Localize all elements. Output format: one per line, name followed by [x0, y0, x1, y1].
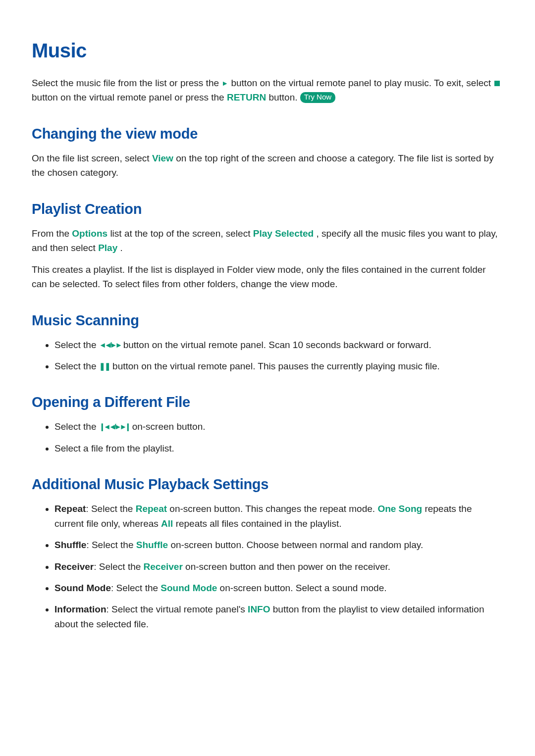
- shuffle-t2: on-screen button. Choose between normal …: [168, 540, 423, 550]
- playlist-paragraph-1: From the Options list at the top of the …: [32, 226, 503, 255]
- rewind-forward-icon: ◄◄/►►: [99, 341, 121, 349]
- intro-text-4: button.: [268, 92, 300, 102]
- pause-text-b: button on the virtual remote panel. This…: [112, 361, 440, 371]
- list-item: Repeat: Select the Repeat on-screen butt…: [54, 502, 503, 531]
- all-keyword: All: [161, 518, 173, 529]
- section-heading-additional: Additional Music Playback Settings: [32, 476, 503, 493]
- play-selected-keyword: Play Selected: [253, 228, 314, 239]
- playlist-paragraph-2: This creates a playlist. If the list is …: [32, 262, 503, 292]
- additional-list: Repeat: Select the Repeat on-screen butt…: [32, 502, 503, 631]
- list-item: Select the ❙◄◄/►►❙ on-screen button.: [54, 419, 503, 434]
- different-file-list: Select the ❙◄◄/►►❙ on-screen button. Sel…: [32, 419, 503, 455]
- pause-text-a: Select the: [54, 361, 99, 371]
- list-item: Receiver: Select the Receiver on-screen …: [54, 559, 503, 574]
- try-now-badge[interactable]: Try Now: [300, 92, 335, 103]
- section-heading-view-mode: Changing the view mode: [32, 126, 503, 142]
- return-keyword: RETURN: [227, 92, 266, 102]
- list-item: Information: Select the virtual remote p…: [54, 602, 503, 631]
- shuffle-keyword: Shuffle: [136, 540, 168, 550]
- receiver-t1: : Select the: [94, 561, 143, 572]
- sound-t2: on-screen button. Select a sound mode.: [217, 583, 386, 593]
- info-keyword: INFO: [248, 604, 270, 614]
- scan-text-a: Select the: [54, 340, 99, 350]
- sound-mode-keyword: Sound Mode: [160, 583, 217, 593]
- one-song-keyword: One Song: [377, 504, 422, 514]
- receiver-label: Receiver: [54, 561, 94, 572]
- repeat-keyword: Repeat: [136, 504, 167, 514]
- skip-text-a: Select the: [54, 421, 99, 432]
- skip-prev-next-icon: ❙◄◄/►►❙: [99, 422, 130, 431]
- sound-t1: : Select the: [111, 583, 160, 593]
- page: Music Select the music file from the lis…: [0, 0, 535, 737]
- list-item: Select the ❚❚ button on the virtual remo…: [54, 359, 503, 373]
- intro-text-2: button on the virtual remote panel to pl…: [231, 78, 493, 88]
- intro-text-3: button on the virtual remote panel or pr…: [32, 92, 227, 102]
- playlist-text-a: From the: [32, 228, 72, 239]
- play-keyword: Play: [98, 243, 117, 253]
- list-item: Select a file from the playlist.: [54, 441, 503, 455]
- sound-mode-label: Sound Mode: [54, 583, 111, 593]
- view-text-a: On the file list screen, select: [32, 153, 152, 163]
- receiver-keyword: Receiver: [144, 561, 183, 572]
- info-t1: : Select the virtual remote panel's: [107, 604, 248, 614]
- list-item: Shuffle: Select the Shuffle on-screen bu…: [54, 538, 503, 552]
- options-keyword: Options: [72, 228, 107, 239]
- view-mode-paragraph: On the file list screen, select View on …: [32, 151, 503, 180]
- pause-icon: ❚❚: [99, 362, 110, 370]
- shuffle-t1: : Select the: [86, 540, 136, 550]
- playlist-text-d: .: [120, 243, 123, 253]
- intro-paragraph: Select the music file from the list or p…: [32, 76, 503, 105]
- play-icon: ►: [221, 79, 228, 87]
- list-item: Sound Mode: Select the Sound Mode on-scr…: [54, 581, 503, 595]
- page-title: Music: [32, 40, 503, 62]
- repeat-t4: repeats all files contained in the playl…: [173, 518, 341, 529]
- section-heading-different-file: Opening a Different File: [32, 394, 503, 410]
- repeat-t2: on-screen button. This changes the repea…: [167, 504, 377, 514]
- shuffle-label: Shuffle: [54, 540, 86, 550]
- repeat-t1: : Select the: [86, 504, 135, 514]
- repeat-label: Repeat: [54, 504, 86, 514]
- view-keyword: View: [152, 153, 173, 163]
- intro-text-1: Select the music file from the list or p…: [32, 78, 221, 88]
- information-label: Information: [54, 604, 107, 614]
- skip-text-b: on-screen button.: [132, 421, 206, 432]
- stop-icon: [494, 81, 500, 86]
- playlist-text-b: list at the top of the screen, select: [110, 228, 253, 239]
- receiver-t2: on-screen button and then power on the r…: [183, 561, 390, 572]
- scanning-list: Select the ◄◄/►► button on the virtual r…: [32, 338, 503, 374]
- scan-text-b: button on the virtual remote panel. Scan…: [123, 340, 431, 350]
- section-heading-scanning: Music Scanning: [32, 312, 503, 329]
- list-item: Select the ◄◄/►► button on the virtual r…: [54, 338, 503, 352]
- section-heading-playlist: Playlist Creation: [32, 201, 503, 217]
